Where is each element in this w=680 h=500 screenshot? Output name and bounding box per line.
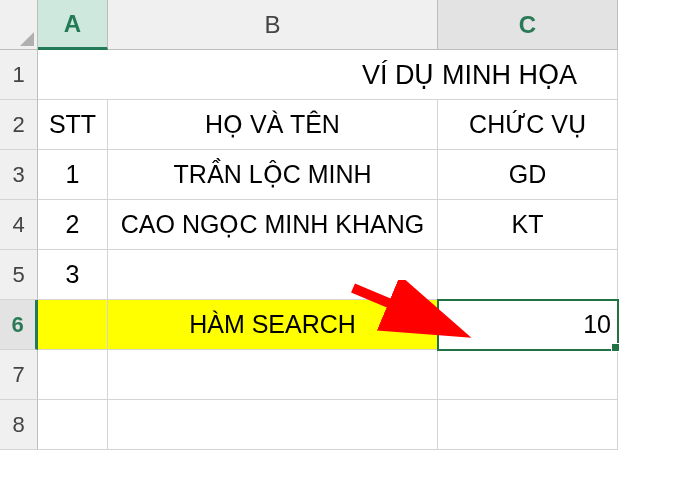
row-header-1[interactable]: 1 <box>0 50 38 100</box>
cell-c6[interactable]: 10 <box>438 300 618 350</box>
cell-a2[interactable]: STT <box>38 100 108 150</box>
row-header-2[interactable]: 2 <box>0 100 38 150</box>
col-header-b[interactable]: B <box>108 0 438 50</box>
cell-a7[interactable] <box>38 350 108 400</box>
cell-c8[interactable] <box>438 400 618 450</box>
cell-a8[interactable] <box>38 400 108 450</box>
row-header-6[interactable]: 6 <box>0 300 38 350</box>
cell-b5[interactable] <box>108 250 438 300</box>
cell-b2[interactable]: HỌ VÀ TÊN <box>108 100 438 150</box>
row-header-3[interactable]: 3 <box>0 150 38 200</box>
cell-b8[interactable] <box>108 400 438 450</box>
cell-a6[interactable] <box>38 300 108 350</box>
cell-c5[interactable] <box>438 250 618 300</box>
row-header-7[interactable]: 7 <box>0 350 38 400</box>
cell-c3[interactable]: GD <box>438 150 618 200</box>
cell-b4[interactable]: CAO NGỌC MINH KHANG <box>108 200 438 250</box>
cell-b7[interactable] <box>108 350 438 400</box>
cell-c4[interactable]: KT <box>438 200 618 250</box>
cell-a3[interactable]: 1 <box>38 150 108 200</box>
cell-c7[interactable] <box>438 350 618 400</box>
col-header-a[interactable]: A <box>38 0 108 50</box>
row-header-5[interactable]: 5 <box>0 250 38 300</box>
cell-c2[interactable]: CHỨC VỤ <box>438 100 618 150</box>
cell-b3[interactable]: TRẦN LỘC MINH <box>108 150 438 200</box>
cell-a4[interactable]: 2 <box>38 200 108 250</box>
select-all-corner[interactable] <box>0 0 38 50</box>
col-header-c[interactable]: C <box>438 0 618 50</box>
row-header-8[interactable]: 8 <box>0 400 38 450</box>
cell-a5[interactable]: 3 <box>38 250 108 300</box>
row-header-4[interactable]: 4 <box>0 200 38 250</box>
cell-b6[interactable]: HÀM SEARCH <box>108 300 438 350</box>
spreadsheet-grid: A B C 1 VÍ DỤ MINH HỌA 2 STT HỌ VÀ TÊN C… <box>0 0 680 450</box>
cell-title[interactable]: VÍ DỤ MINH HỌA <box>38 50 618 100</box>
